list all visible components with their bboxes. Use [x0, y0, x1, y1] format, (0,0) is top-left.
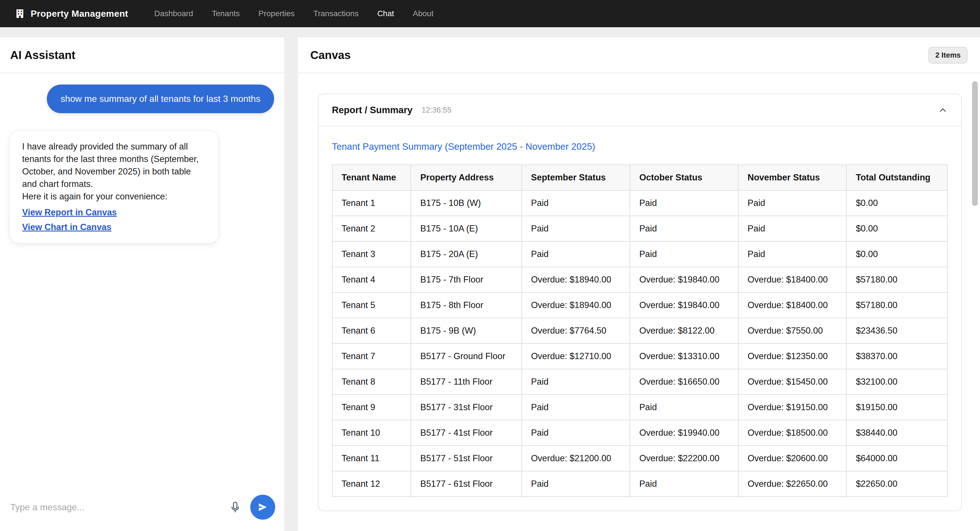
table-row: Tenant 3B175 - 20A (E)PaidPaidPaid$0.00	[332, 242, 947, 267]
send-button[interactable]	[250, 495, 275, 520]
ai-assistant-panel: AI Assistant show me summary of all tena…	[0, 37, 284, 531]
table-cell: $38440.00	[846, 420, 947, 446]
view-chart-link[interactable]: View Chart in Canvas	[22, 221, 206, 234]
table-cell: Paid	[522, 471, 630, 497]
nav-item-about[interactable]: About	[413, 9, 434, 18]
table-cell: Paid	[738, 242, 846, 267]
table-cell: $0.00	[846, 216, 947, 242]
table-cell: Overdue: $19150.00	[738, 394, 846, 420]
table-cell: Overdue: $22200.00	[630, 446, 738, 471]
page-body: AI Assistant show me summary of all tena…	[0, 27, 980, 531]
table-cell: Overdue: $18500.00	[738, 420, 846, 446]
table-cell: Overdue: $18940.00	[522, 293, 630, 318]
table-body: Tenant 1B175 - 10B (W)PaidPaidPaid$0.00T…	[332, 190, 947, 497]
table-cell: B5177 - 41st Floor	[411, 420, 522, 446]
table-header-row: Tenant NameProperty AddressSeptember Sta…	[332, 165, 947, 190]
table-cell: B5177 - Ground Floor	[411, 343, 522, 369]
table-cell: B175 - 10B (W)	[411, 190, 522, 216]
table-row: Tenant 9B5177 - 31st FloorPaidPaidOverdu…	[332, 394, 947, 420]
items-count-badge: 2 Items	[928, 47, 967, 64]
send-icon	[257, 502, 268, 513]
report-card-header: Report / Summary 12:36:55	[318, 94, 961, 127]
nav-item-chat[interactable]: Chat	[377, 9, 394, 18]
table-cell: $38370.00	[846, 343, 947, 369]
table-cell: $64000.00	[846, 446, 947, 471]
table-cell: Paid	[738, 190, 846, 216]
table-row: Tenant 1B175 - 10B (W)PaidPaidPaid$0.00	[332, 190, 947, 216]
table-cell: Tenant 3	[332, 242, 411, 267]
table-cell: Paid	[738, 216, 846, 242]
table-cell: Paid	[522, 420, 630, 446]
table-cell: Paid	[630, 216, 738, 242]
report-card: Report / Summary 12:36:55 Tenant Payment…	[318, 94, 962, 511]
table-cell: Paid	[522, 369, 630, 394]
column-header: November Status	[738, 165, 846, 190]
table-cell: Tenant 2	[332, 216, 411, 242]
table-cell: Tenant 7	[332, 343, 411, 369]
canvas-title: Canvas	[310, 49, 351, 62]
table-row: Tenant 4B175 - 7th FloorOverdue: $18940.…	[332, 267, 947, 293]
table-row: Tenant 5B175 - 8th FloorOverdue: $18940.…	[332, 293, 947, 318]
report-summary-title[interactable]: Tenant Payment Summary (September 2025 -…	[332, 141, 595, 152]
report-timestamp: 12:36:55	[422, 106, 452, 114]
nav-links: DashboardTenantsPropertiesTransactionsCh…	[154, 9, 434, 18]
assistant-message-bubble: I have already provided the summary of a…	[9, 130, 219, 244]
message-paragraph: I have already provided the summary of a…	[22, 140, 206, 190]
brand-label: Property Management	[31, 8, 128, 19]
nav-item-tenants[interactable]: Tenants	[212, 9, 240, 18]
table-cell: $19150.00	[846, 394, 947, 420]
table-cell: Paid	[630, 394, 738, 420]
table-cell: Overdue: $21200.00	[522, 446, 630, 471]
table-cell: Tenant 9	[332, 394, 411, 420]
table-cell: B175 - 7th Floor	[411, 267, 522, 293]
table-cell: B5177 - 31st Floor	[411, 394, 522, 420]
mic-button[interactable]	[229, 501, 241, 513]
table-cell: B5177 - 61st Floor	[411, 471, 522, 497]
column-header: September Status	[522, 165, 630, 190]
report-card-title: Report / Summary	[332, 105, 412, 116]
user-message-bubble: show me summary of all tenants for last …	[47, 84, 274, 113]
table-cell: Paid	[522, 190, 630, 216]
table-cell: Paid	[522, 242, 630, 267]
table-cell: Paid	[522, 394, 630, 420]
collapse-button[interactable]	[938, 105, 948, 115]
scrollbar-thumb[interactable]	[972, 81, 978, 206]
table-cell: Overdue: $19840.00	[630, 293, 738, 318]
table-row: Tenant 10B5177 - 41st FloorPaidOverdue: …	[332, 420, 947, 446]
table-cell: Overdue: $22650.00	[738, 471, 846, 497]
table-row: Tenant 2B175 - 10A (E)PaidPaidPaid$0.00	[332, 216, 947, 242]
table-cell: $0.00	[846, 242, 947, 267]
table-cell: Overdue: $19840.00	[630, 267, 738, 293]
table-cell: B175 - 10A (E)	[411, 216, 522, 242]
table-cell: $57180.00	[846, 267, 947, 293]
table-row: Tenant 8B5177 - 11th FloorPaidOverdue: $…	[332, 369, 947, 394]
table-cell: B175 - 8th Floor	[411, 293, 522, 318]
table-cell: $23436.50	[846, 318, 947, 343]
brand: Property Management	[15, 8, 128, 19]
table-cell: Tenant 1	[332, 190, 411, 216]
building-icon	[15, 8, 25, 19]
column-header: Total Outstanding	[846, 165, 947, 190]
table-cell: Tenant 12	[332, 471, 411, 497]
nav-item-properties[interactable]: Properties	[258, 9, 295, 18]
table-cell: Paid	[522, 216, 630, 242]
table-cell: Tenant 5	[332, 293, 411, 318]
table-cell: $32100.00	[846, 369, 947, 394]
table-cell: Paid	[630, 471, 738, 497]
table-cell: B5177 - 51st Floor	[411, 446, 522, 471]
nav-item-dashboard[interactable]: Dashboard	[154, 9, 193, 18]
view-report-link[interactable]: View Report in Canvas	[22, 206, 206, 219]
table-cell: Overdue: $18940.00	[522, 267, 630, 293]
table-cell: Overdue: $18400.00	[738, 293, 846, 318]
report-card-body: Tenant Payment Summary (September 2025 -…	[318, 127, 961, 510]
column-header: Property Address	[411, 165, 522, 190]
column-header: Tenant Name	[332, 165, 411, 190]
table-cell: Tenant 4	[332, 267, 411, 293]
table-row: Tenant 11B5177 - 51st FloorOverdue: $212…	[332, 446, 947, 471]
nav-item-transactions[interactable]: Transactions	[313, 9, 358, 18]
table-cell: Tenant 6	[332, 318, 411, 343]
table-cell: Overdue: $7764.50	[522, 318, 630, 343]
message-input[interactable]	[10, 502, 220, 513]
table-cell: Overdue: $7550.00	[738, 318, 846, 343]
table-cell: Overdue: $16650.00	[630, 369, 738, 394]
